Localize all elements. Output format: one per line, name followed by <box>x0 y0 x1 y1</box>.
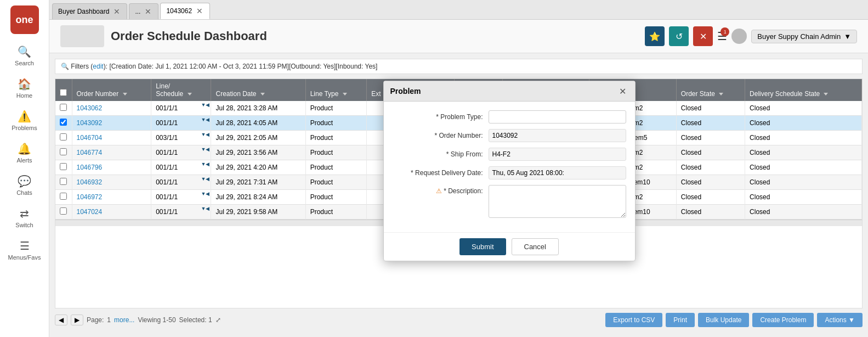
row-checkbox-cell[interactable] <box>55 116 72 131</box>
main-content: Buyer Dashboard ✕ ... ✕ 1043062 ✕ Order … <box>49 0 868 337</box>
print-button[interactable]: Print <box>666 313 695 327</box>
row-checkbox-cell[interactable] <box>55 145 72 160</box>
row-checkbox[interactable] <box>60 133 67 141</box>
order-number-link[interactable]: 1046932 <box>77 178 103 186</box>
tab-close-1043062[interactable]: ✕ <box>195 7 204 15</box>
order-number-link[interactable]: 1043062 <box>77 104 103 112</box>
tab-close-buyer-dashboard[interactable]: ✕ <box>112 7 121 16</box>
row-line-schedule: 001/1/1 ▼◀ <box>151 190 211 205</box>
sidebar-item-switch[interactable]: ⇄ Switch <box>0 201 49 234</box>
order-number-link[interactable]: 1046796 <box>77 164 103 171</box>
select-all-checkbox[interactable] <box>60 89 67 96</box>
col-order-number[interactable]: Order Number <box>72 79 151 101</box>
create-problem-button[interactable]: Create Problem <box>752 313 814 327</box>
row-checkbox-cell[interactable] <box>55 175 72 190</box>
row-checkbox[interactable] <box>60 207 67 215</box>
row-line-type: Product <box>305 205 367 220</box>
sidebar-item-chats[interactable]: 💬 Chats <box>0 169 49 201</box>
sidebar-item-problems[interactable]: ⚠️ Problems <box>0 104 49 137</box>
col-delivery-state[interactable]: Delivery Schedule State <box>745 79 862 101</box>
modal-close-button[interactable]: ✕ <box>617 86 628 97</box>
row-line-schedule: 003/1/1 ▼◀ <box>151 131 211 145</box>
row-line-type: Product <box>305 131 367 145</box>
ship-from-label: * Ship From: <box>393 150 489 158</box>
user-dropdown[interactable]: Buyer Suppy Chain Admin ▼ <box>751 30 857 43</box>
more-pages-link[interactable]: more... <box>114 316 134 324</box>
menus-icon: ☰ <box>20 239 30 252</box>
star-button[interactable]: ⭐ <box>645 26 665 46</box>
row-checkbox[interactable] <box>60 193 67 200</box>
row-checkbox[interactable] <box>60 104 67 111</box>
row-order-number: 1046774 <box>72 145 151 160</box>
order-number-value: 1043092 <box>489 129 626 142</box>
actions-button[interactable]: Actions ▼ <box>817 313 863 327</box>
col-line-schedule[interactable]: Line/Schedule <box>151 79 211 101</box>
row-checkbox-cell[interactable] <box>55 160 72 175</box>
description-warning-icon: ⚠ <box>436 187 442 195</box>
export-csv-button[interactable]: Export to CSV <box>605 313 662 327</box>
row-creation-date: Jul 28, 2021 4:05 AM <box>211 116 305 131</box>
submit-button[interactable]: Submit <box>459 238 506 255</box>
col-order-state[interactable]: Order State <box>676 79 745 101</box>
modal-body: * Problem Type: * Order Number: 1043092 … <box>384 102 635 232</box>
cancel-button[interactable]: Cancel <box>512 238 559 255</box>
row-checkbox[interactable] <box>60 148 67 155</box>
row-checkbox[interactable] <box>60 178 67 185</box>
row-order-number: 1047024 <box>72 205 151 220</box>
sidebar-item-alerts[interactable]: 🔔 Alerts <box>0 137 49 169</box>
order-number-link[interactable]: 1046972 <box>77 193 103 201</box>
filters-edit-link[interactable]: edit <box>93 63 103 70</box>
order-number-link[interactable]: 1047024 <box>77 208 103 216</box>
description-row: ⚠ * Description: <box>393 185 626 218</box>
row-delivery-state: Closed <box>745 101 862 116</box>
row-checkbox-cell[interactable] <box>55 101 72 116</box>
col-checkbox[interactable] <box>55 79 72 101</box>
problem-type-row: * Problem Type: <box>393 110 626 123</box>
tab-buyer-dashboard[interactable]: Buyer Dashboard ✕ <box>52 3 127 19</box>
row-checkbox[interactable] <box>60 119 67 126</box>
row-order-state: Closed <box>676 160 745 175</box>
prev-page-button[interactable]: ◀ <box>55 314 67 325</box>
row-line-schedule: 001/1/1 ▼◀ <box>151 205 211 220</box>
problems-icon: ⚠️ <box>18 110 31 123</box>
col-creation-date[interactable]: Creation Date <box>211 79 305 101</box>
tab-close-2[interactable]: ✕ <box>144 7 152 16</box>
row-checkbox[interactable] <box>60 163 67 170</box>
app-logo[interactable]: one <box>10 5 39 34</box>
order-number-label: * Order Number: <box>393 132 489 139</box>
page-label: Page: <box>87 316 104 324</box>
menu-button[interactable]: ☰ 1 <box>717 30 727 43</box>
row-line-type: Product <box>305 101 367 116</box>
row-checkbox-cell[interactable] <box>55 190 72 205</box>
tab-1043062[interactable]: 1043062 ✕ <box>160 3 210 19</box>
notification-badge: 1 <box>721 27 729 36</box>
sidebar: one 🔍 Search 🏠 Home ⚠️ Problems 🔔 Alerts… <box>0 0 49 337</box>
order-number-link[interactable]: 1046704 <box>77 134 103 142</box>
tab-2[interactable]: ... ✕ <box>129 3 158 19</box>
search-icon: 🔍 <box>18 45 31 58</box>
header: Order Schedule Dashboard ⭐ ↺ ✕ ☰ 1 Buyer… <box>49 20 868 53</box>
expand-icon[interactable]: ⤢ <box>215 316 221 324</box>
sidebar-item-home[interactable]: 🏠 Home <box>0 72 49 104</box>
row-creation-date: Jul 29, 2021 3:56 AM <box>211 145 305 160</box>
row-checkbox-cell[interactable] <box>55 205 72 220</box>
problem-type-input[interactable] <box>489 110 626 123</box>
col-line-type[interactable]: Line Type <box>305 79 367 101</box>
bulk-update-button[interactable]: Bulk Update <box>698 313 749 327</box>
filters-label: Filters <box>71 63 89 70</box>
order-number-row: * Order Number: 1043092 <box>393 129 626 142</box>
row-checkbox-cell[interactable] <box>55 131 72 145</box>
chats-icon: 💬 <box>18 175 31 188</box>
sidebar-item-search[interactable]: 🔍 Search <box>0 40 49 72</box>
order-number-link[interactable]: 1043092 <box>77 119 103 127</box>
row-line-type: Product <box>305 190 367 205</box>
row-order-number: 1046796 <box>72 160 151 175</box>
filters-text: [Creation Date: Jul 1, 2021 12:00 AM - O… <box>109 63 377 70</box>
order-number-link[interactable]: 1046774 <box>77 149 103 156</box>
refresh-button[interactable]: ↺ <box>669 26 689 46</box>
close-button[interactable]: ✕ <box>693 26 713 46</box>
next-page-button[interactable]: ▶ <box>71 314 83 325</box>
row-order-number: 1043062 <box>72 101 151 116</box>
sidebar-item-menus[interactable]: ☰ Menus/Favs <box>0 234 49 266</box>
description-input[interactable] <box>489 185 626 218</box>
